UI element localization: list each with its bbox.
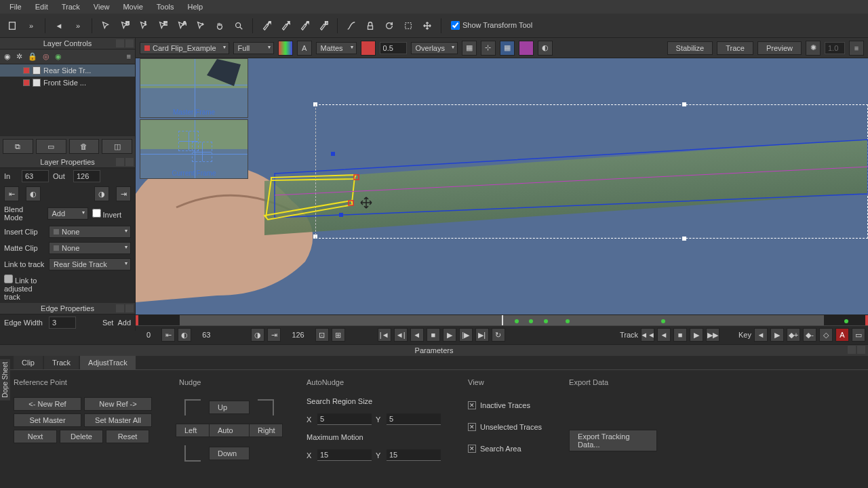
overlay-opt1-icon[interactable]: ▦	[462, 41, 477, 56]
panel-close-icon[interactable]	[125, 304, 134, 312]
undo-icon[interactable]: ◄	[51, 18, 67, 34]
step-fwd-icon[interactable]: |▶	[459, 328, 473, 342]
reset-in-icon[interactable]: ◐	[26, 186, 41, 201]
keyframe-marker[interactable]	[566, 319, 570, 323]
set-master-button[interactable]: Set Master	[14, 413, 81, 427]
surface-handle[interactable]	[682, 102, 686, 106]
new-ref-right-button[interactable]: New Ref ->	[84, 397, 152, 411]
duplicate-icon[interactable]: ⧉	[3, 139, 33, 154]
play-icon[interactable]: ▶	[443, 328, 456, 342]
play-back-icon[interactable]: ◄	[410, 328, 424, 342]
surface-bounds[interactable]	[315, 104, 868, 239]
nudge-corner-bl[interactable]	[184, 445, 201, 462]
menu-track[interactable]: Track	[55, 1, 87, 12]
menu-tools[interactable]: Tools	[150, 1, 181, 12]
trace-button[interactable]: Trace	[717, 41, 753, 55]
add-tool-icon[interactable]: A	[174, 18, 190, 34]
resolution-selector[interactable]: Full	[233, 42, 274, 54]
set-in-icon[interactable]: ⇤	[4, 186, 19, 201]
viewport[interactable]: Master Frame Current Frame	[136, 58, 868, 314]
panel-close-icon[interactable]	[125, 158, 134, 166]
loop-icon[interactable]: ↻	[492, 328, 505, 342]
key-menu-icon[interactable]: ▭	[852, 328, 865, 342]
color1-icon[interactable]	[519, 41, 534, 56]
visibility-icon[interactable]: ◉	[4, 52, 11, 61]
key-prev-icon[interactable]: ◄	[754, 328, 768, 342]
pointer-icon[interactable]	[98, 18, 114, 34]
invert-toggle[interactable]: Invert	[92, 209, 132, 219]
nudge-down-button[interactable]: Down	[209, 447, 250, 460]
new-doc-icon[interactable]	[4, 18, 20, 34]
inactive-traces-toggle[interactable]: ✕Inactive Traces	[468, 401, 542, 409]
brush-b-plus-icon[interactable]: B+	[315, 18, 332, 34]
in-input[interactable]	[22, 170, 49, 182]
menu-file[interactable]: File	[3, 1, 28, 12]
menu-icon[interactable]: ≡	[849, 41, 864, 56]
keyframe-marker[interactable]	[515, 319, 519, 323]
playhead[interactable]	[502, 315, 503, 325]
track-fwd-all-icon[interactable]: ▶▶	[706, 328, 719, 342]
track-back-all-icon[interactable]: ◄◄	[641, 328, 654, 342]
layer-checkbox[interactable]	[33, 66, 41, 75]
matte-color-icon[interactable]	[361, 41, 376, 56]
goto-start-icon[interactable]: |◄	[378, 328, 391, 342]
grid-icon[interactable]: ▦	[500, 41, 515, 56]
autokey-icon[interactable]: A	[835, 328, 849, 342]
tab-adjusttrack[interactable]: AdjustTrack	[80, 356, 136, 369]
key-next-icon[interactable]: ▶	[770, 328, 784, 342]
edit-tool-icon[interactable]: E	[155, 18, 171, 34]
current-frame-thumb[interactable]: Current Frame	[140, 119, 248, 179]
time-strip[interactable]	[136, 315, 868, 326]
step-back-icon[interactable]: ◄|	[394, 328, 408, 342]
brush-x-plus-icon[interactable]: X+	[277, 18, 294, 34]
lock-col-icon[interactable]: 🔒	[28, 52, 37, 61]
brightness-input[interactable]	[825, 42, 845, 54]
surface-handle[interactable]	[682, 237, 686, 241]
nudge-auto-button[interactable]: Auto	[209, 424, 250, 437]
edge-width-input[interactable]	[49, 317, 76, 329]
matte-selector[interactable]: None	[49, 242, 131, 254]
link-selector[interactable]: Rear Side Track	[49, 258, 131, 270]
layer-row-rear[interactable]: Rear Side Tr...	[0, 64, 135, 77]
bounds-icon[interactable]	[400, 18, 416, 34]
mm-x-input[interactable]	[317, 449, 372, 461]
range-mark2-icon[interactable]: ◑	[251, 328, 264, 342]
nudge-left-button[interactable]: Left	[176, 424, 210, 437]
layer-checkbox[interactable]	[33, 79, 41, 87]
dope-sheet-tab[interactable]: Dope Sheet	[0, 359, 10, 401]
track-stop-icon[interactable]: ■	[673, 328, 687, 342]
zoom-range-icon[interactable]: ⊞	[332, 328, 345, 342]
brush-a-minus-icon[interactable]: A-	[258, 18, 275, 34]
key-add-icon[interactable]: ◆+	[787, 328, 800, 342]
show-transform-toggle[interactable]: Show Transform Tool	[447, 21, 536, 30]
panel-min-icon[interactable]	[848, 346, 856, 354]
overlay-opt2-icon[interactable]: ⊹	[481, 41, 496, 56]
menu-help[interactable]: Help	[180, 1, 210, 12]
menu-movie[interactable]: Movie	[116, 1, 149, 12]
set-out-icon[interactable]: ⇥	[116, 186, 131, 201]
keyframe-marker[interactable]	[661, 319, 665, 323]
plus-tool-icon[interactable]	[193, 18, 209, 34]
tab-track[interactable]: Track	[44, 356, 79, 369]
stabilize-button[interactable]: Stabilize	[667, 41, 713, 55]
menu-edit[interactable]: Edit	[28, 1, 55, 12]
layer-color-swatch[interactable]	[23, 67, 30, 74]
layer-color-swatch[interactable]	[23, 79, 30, 86]
move-icon[interactable]	[419, 18, 435, 34]
insert-selector[interactable]: None	[49, 226, 131, 238]
bezier-tool-icon[interactable]: B	[117, 18, 133, 34]
overlays-selector[interactable]: Overlays	[411, 42, 458, 54]
alpha-icon[interactable]: A	[297, 41, 312, 56]
rotate-icon[interactable]	[381, 18, 397, 34]
reset-button[interactable]: Reset	[106, 430, 149, 443]
blend-selector[interactable]: Add	[47, 207, 88, 220]
range-in-icon[interactable]: ⇤	[161, 328, 175, 342]
brightness-icon[interactable]: ✺	[806, 41, 821, 56]
layer-row-front[interactable]: Front Side ...	[0, 77, 135, 89]
palette-icon[interactable]: ◉	[55, 52, 62, 61]
panel-min-icon[interactable]	[116, 158, 124, 166]
range-out-icon[interactable]: ⇥	[267, 328, 281, 342]
mm-y-input[interactable]	[387, 449, 441, 461]
clip-selector[interactable]: Card Flip_Example	[140, 42, 229, 54]
panel-close-icon[interactable]	[857, 346, 865, 354]
